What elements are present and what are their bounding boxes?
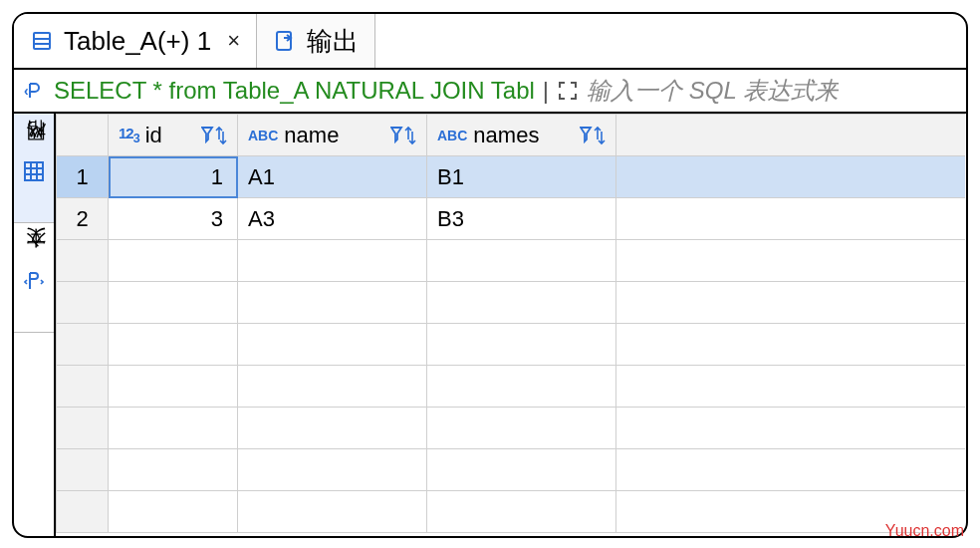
cell[interactable] — [109, 282, 238, 324]
view-switcher: 网格 文本 — [14, 114, 56, 536]
cell[interactable] — [109, 366, 238, 408]
tab-table-a[interactable]: Table_A(+) 1 × — [14, 14, 257, 68]
row-number[interactable] — [57, 449, 109, 491]
cell[interactable]: B3 — [427, 198, 616, 240]
expand-icon[interactable] — [557, 80, 579, 102]
row-number[interactable] — [57, 240, 109, 282]
empty-cell — [616, 198, 965, 240]
row-number[interactable] — [57, 282, 109, 324]
row-number[interactable] — [57, 324, 109, 366]
cell[interactable]: A1 — [238, 156, 427, 198]
header-row: 123 id ABC name — [57, 115, 965, 156]
result-grid: 123 id ABC name — [56, 114, 966, 536]
svg-rect-3 — [35, 45, 49, 48]
cell[interactable] — [109, 408, 238, 449]
sql-query-text[interactable]: SELECT * from Table_A NATURAL JOIN Tabl — [54, 77, 535, 105]
row-number[interactable] — [57, 408, 109, 449]
tab-label: Table_A(+) 1 — [64, 26, 211, 57]
empty-column — [616, 115, 965, 156]
table-row[interactable] — [57, 324, 965, 366]
watermark: Yuucn.com — [885, 522, 964, 540]
cell[interactable] — [109, 240, 238, 282]
tab-label: 输出 — [307, 24, 359, 59]
cell[interactable] — [238, 240, 427, 282]
table-row[interactable] — [57, 449, 965, 491]
output-icon — [273, 29, 297, 53]
cell[interactable]: B1 — [427, 156, 616, 198]
cell[interactable] — [427, 491, 616, 533]
empty-cell — [616, 366, 965, 408]
empty-cell — [616, 282, 965, 324]
data-table: 123 id ABC name — [56, 114, 965, 533]
column-name: id — [145, 123, 162, 148]
table-icon — [30, 29, 54, 53]
cell[interactable] — [238, 366, 427, 408]
svg-rect-1 — [35, 34, 49, 38]
number-type-icon: 123 — [119, 125, 139, 145]
column-header-name[interactable]: ABC name — [238, 115, 427, 156]
sql-bar: ‹ SELECT * from Table_A NATURAL JOIN Tab… — [14, 70, 966, 114]
truncate-indicator: | — [543, 77, 549, 105]
row-number[interactable]: 2 — [57, 198, 109, 240]
filter-sort-icon[interactable] — [390, 126, 416, 145]
filter-sort-icon[interactable] — [580, 126, 606, 145]
table-row[interactable] — [57, 282, 965, 324]
content-body: 网格 文本 — [14, 114, 966, 536]
cell[interactable] — [238, 491, 427, 533]
table-row[interactable] — [57, 366, 965, 408]
string-type-icon: ABC — [437, 128, 467, 143]
table-row[interactable]: 11A1B1 — [57, 156, 965, 198]
string-type-icon: ABC — [248, 128, 278, 143]
grid-icon — [24, 161, 44, 181]
cell[interactable] — [427, 408, 616, 449]
empty-cell — [616, 156, 965, 198]
svg-rect-4 — [277, 32, 291, 50]
cell[interactable] — [238, 324, 427, 366]
view-tab-grid[interactable]: 网格 — [14, 114, 54, 223]
cell[interactable] — [109, 449, 238, 491]
view-tab-text[interactable]: 文本 — [14, 223, 54, 333]
svg-text:‹: ‹ — [24, 83, 29, 99]
cell[interactable] — [109, 324, 238, 366]
tab-output[interactable]: 输出 — [257, 14, 375, 68]
row-number[interactable] — [57, 366, 109, 408]
empty-cell — [616, 240, 965, 282]
cell[interactable] — [238, 408, 427, 449]
cell[interactable] — [427, 366, 616, 408]
table-row[interactable]: 23A3B3 — [57, 198, 965, 240]
tab-bar: Table_A(+) 1 × 输出 — [14, 14, 966, 70]
column-header-names[interactable]: ABC names — [427, 115, 616, 156]
row-number[interactable]: 1 — [57, 156, 109, 198]
cell[interactable]: A3 — [238, 198, 427, 240]
cell[interactable] — [427, 449, 616, 491]
cell[interactable] — [238, 282, 427, 324]
table-row[interactable] — [57, 408, 965, 449]
table-row[interactable] — [57, 491, 965, 533]
close-icon[interactable]: × — [221, 28, 240, 54]
empty-cell — [616, 324, 965, 366]
cell[interactable] — [427, 282, 616, 324]
cell[interactable] — [109, 491, 238, 533]
sql-placeholder[interactable]: 输入一个 SQL 表达式来 — [587, 75, 839, 107]
cell[interactable]: 3 — [109, 198, 238, 240]
table-row[interactable] — [57, 240, 965, 282]
filter-sort-icon[interactable] — [201, 126, 227, 145]
empty-cell — [616, 408, 965, 449]
svg-rect-2 — [35, 40, 49, 43]
corner-cell[interactable] — [57, 115, 109, 156]
empty-cell — [616, 449, 965, 491]
cell[interactable] — [238, 449, 427, 491]
svg-rect-6 — [25, 162, 43, 180]
column-header-id[interactable]: 123 id — [109, 115, 238, 156]
sql-edit-icon[interactable]: ‹ — [22, 79, 46, 103]
column-name: names — [473, 123, 539, 148]
app-window: Table_A(+) 1 × 输出 ‹ SELECT * from Table_… — [12, 12, 968, 538]
cell[interactable] — [427, 240, 616, 282]
cell[interactable]: 1 — [109, 156, 238, 198]
column-name: name — [284, 123, 339, 148]
text-cursor-icon — [24, 270, 44, 292]
cell[interactable] — [427, 324, 616, 366]
row-number[interactable] — [57, 491, 109, 533]
